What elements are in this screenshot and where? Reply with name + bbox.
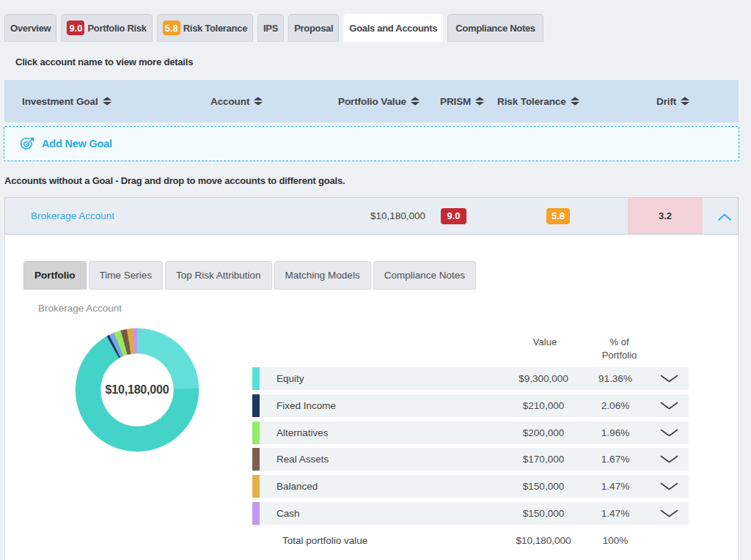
svg-text:$10,180,000: $10,180,000 — [106, 383, 169, 396]
